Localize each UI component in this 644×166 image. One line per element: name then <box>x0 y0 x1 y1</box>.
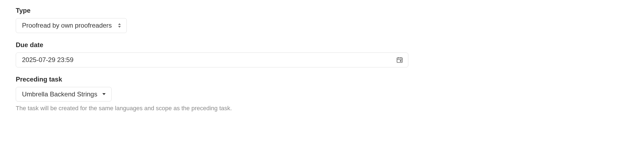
due-date-input[interactable]: 2025-07-29 23:59 <box>16 53 408 67</box>
preceding-task-select[interactable]: Umbrella Backend Strings <box>16 87 112 102</box>
select-sort-icon <box>118 23 121 28</box>
preceding-task-select-value: Umbrella Backend Strings <box>22 90 97 98</box>
preceding-task-helper: The task will be created for the same la… <box>16 105 628 112</box>
type-label: Type <box>16 7 628 14</box>
calendar-icon <box>396 56 403 63</box>
svg-rect-4 <box>400 60 401 61</box>
chevron-down-icon <box>102 93 106 96</box>
task-form: Type Proofread by own proofreaders Due d… <box>0 0 644 117</box>
preceding-task-field: Preceding task Umbrella Backend Strings … <box>16 76 628 112</box>
preceding-task-label: Preceding task <box>16 76 628 83</box>
svg-rect-0 <box>397 58 402 63</box>
due-date-field: Due date 2025-07-29 23:59 <box>16 41 628 67</box>
due-date-label: Due date <box>16 41 628 49</box>
type-select-value: Proofread by own proofreaders <box>22 22 112 30</box>
due-date-value: 2025-07-29 23:59 <box>22 56 396 64</box>
type-field: Type Proofread by own proofreaders <box>16 7 628 33</box>
type-select[interactable]: Proofread by own proofreaders <box>16 18 127 33</box>
